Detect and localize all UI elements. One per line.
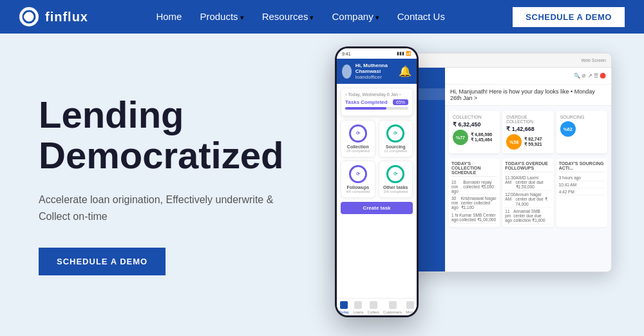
followups-grid-item[interactable]: ⟳ Followups 4/6 completed	[341, 161, 375, 198]
sourcing-card: SOURCING %62	[556, 111, 607, 153]
other-tasks-circle: ⟳	[386, 165, 404, 183]
collection-card: COLLECTION ₹ 6,32,450 %77 ₹ 4,86,986 ₹ 1…	[449, 111, 500, 153]
overdue-sub: ₹ 82,747 ₹ 59,921	[524, 137, 542, 147]
hero-section: Lending Democratized Accelerate loan ori…	[0, 34, 644, 336]
table-row: 1 hr ago Kumar SMB Center collected ₹1,0…	[451, 212, 497, 224]
followups-circle: ⟳	[349, 165, 367, 183]
phone-progress-fill	[345, 107, 386, 110]
collection-sub: ₹ 4,86,986 ₹ 1,45,464	[471, 132, 492, 143]
web-main: 🔍 ⊘ ↗ ☰ 🔴 Hi, Manjunath! Here is how you…	[445, 68, 611, 272]
sourcing-stat-circle: %62	[560, 121, 603, 137]
phone-task-header: ‹ Today, Wednesday 6 Jan ›	[345, 92, 408, 97]
phone-task-row: Tasks Completed 65%	[345, 99, 408, 105]
table-row: 10:41 AM	[559, 181, 605, 188]
logo-area: finflux	[19, 7, 88, 26]
phone-header: Hi, Muthenna Chamwasi loandofficer 🔔	[337, 59, 417, 84]
nav-home[interactable]: Home	[156, 11, 182, 23]
sourcing-grid-item[interactable]: ⟳ Sourcing 12 completed	[379, 120, 413, 157]
table-row: 4:42 PM	[559, 188, 605, 195]
overdue-badge: %58	[506, 134, 522, 150]
web-greeting: Hi, Manjunath! Here is how your day look…	[445, 84, 611, 106]
sourcing-badge: %62	[560, 121, 576, 137]
collection-stat-circle: %77 ₹ 4,86,986 ₹ 1,45,464	[453, 130, 496, 145]
nav-company[interactable]: Company	[332, 11, 379, 23]
nav-links: Home Products Resources Company Contact …	[156, 11, 445, 23]
notification-icon[interactable]: 🔔	[399, 65, 412, 77]
web-topbar: 🔍 ⊘ ↗ ☰ 🔴	[445, 68, 611, 84]
phone-nav-loans[interactable]: Loans	[353, 301, 363, 314]
collection-badge: %77	[453, 130, 468, 145]
phone-mockup: 9:41 ▮▮▮ 📶 Hi, Muthenna Chamwasi loandof…	[335, 46, 419, 317]
today-icon	[340, 301, 348, 309]
table-row: 11 pm ago Annamal SMB center due due col…	[505, 208, 551, 224]
phone-user-info: Hi, Muthenna Chamwasi loandofficer	[355, 63, 395, 80]
nav-products[interactable]: Products	[200, 11, 243, 23]
phone-progress-bar	[345, 107, 408, 110]
more-icon	[406, 301, 414, 309]
nav-contact[interactable]: Contact Us	[397, 11, 445, 23]
phone-grid: ⟳ Collection 24 completed ⟳ Sourcing 12 …	[337, 120, 417, 202]
web-tables: TODAY'S COLLECTION SCHEDULE 10 min ago B…	[445, 156, 611, 230]
collection-circle: ⟳	[349, 124, 367, 143]
hero-title: Lending Democratized	[39, 94, 309, 177]
phone-avatar	[342, 64, 352, 79]
schedule-demo-button[interactable]: SCHEDULE A DEMO	[513, 7, 625, 27]
collection-schedule-table: TODAY'S COLLECTION SCHEDULE 10 min ago B…	[449, 159, 500, 227]
logo-text: finflux	[45, 10, 88, 25]
table-row: 3 hours ago	[559, 174, 605, 181]
create-task-button[interactable]: Create task	[341, 202, 413, 214]
overdue-followups-table: TODAY'S OVERDUE FOLLOWUPS 11:30 AM AIMD …	[502, 159, 553, 227]
phone-task-card: ‹ Today, Wednesday 6 Jan › Tasks Complet…	[341, 88, 413, 116]
nav-resources[interactable]: Resources	[262, 11, 314, 23]
sourcing-circle: ⟳	[386, 124, 404, 143]
hero-cta-button[interactable]: SCHEDULE A DEMO	[39, 248, 166, 275]
overdue-card: OVERDUE COLLECTION ₹ 1,42,668 %58 ₹ 82,7…	[502, 111, 553, 153]
web-screen-label: Web Screen	[582, 58, 606, 63]
navbar: finflux Home Products Resources Company …	[0, 0, 644, 34]
phone-nav-today[interactable]: Today	[339, 301, 349, 314]
hero-subtitle: Accelerate loan origination, Effectively…	[39, 192, 309, 224]
customers-icon	[389, 301, 397, 309]
phone-status-bar: 9:41 ▮▮▮ 📶	[337, 48, 417, 59]
collect-icon	[370, 301, 377, 309]
phone-nav-collect[interactable]: Collect	[368, 301, 379, 314]
table-row: 11:30 AM AIMD Laxmi center due due ₹1,50…	[505, 174, 551, 191]
phone-screen: 9:41 ▮▮▮ 📶 Hi, Muthenna Chamwasi loandof…	[337, 48, 417, 315]
svg-point-1	[24, 14, 29, 19]
other-tasks-grid-item[interactable]: ⟳ Other tasks 2/6 completed	[379, 161, 413, 198]
phone-nav-customers[interactable]: Customers	[383, 301, 402, 314]
table-row: 12:00 AM Annum Nagar center due due ₹ 74…	[505, 191, 551, 208]
overdue-stat-circle: %58 ₹ 82,747 ₹ 59,921	[506, 134, 549, 150]
logo-icon	[19, 7, 39, 26]
loans-icon	[354, 301, 362, 309]
table-row: 30 min ago Krishnaswat Nagar center coll…	[451, 195, 497, 212]
sourcing-activity-table: TODAY'S SOURCING ACTI... 3 hours ago 10:…	[556, 159, 607, 227]
hero-mockups: Web Screen ● finflux Today Loans Collect…	[309, 34, 605, 336]
phone-bottom-nav: Today Loans Collect Customers	[337, 298, 417, 315]
phone-nav-more[interactable]: More	[406, 301, 415, 314]
table-row: 10 min ago Borrower repay collected ₹5,0…	[451, 179, 497, 195]
hero-content: Lending Democratized Accelerate loan ori…	[39, 94, 309, 276]
collection-grid-item[interactable]: ⟳ Collection 24 completed	[341, 120, 375, 157]
stat-cards-row: COLLECTION ₹ 6,32,450 %77 ₹ 4,86,986 ₹ 1…	[445, 108, 611, 156]
